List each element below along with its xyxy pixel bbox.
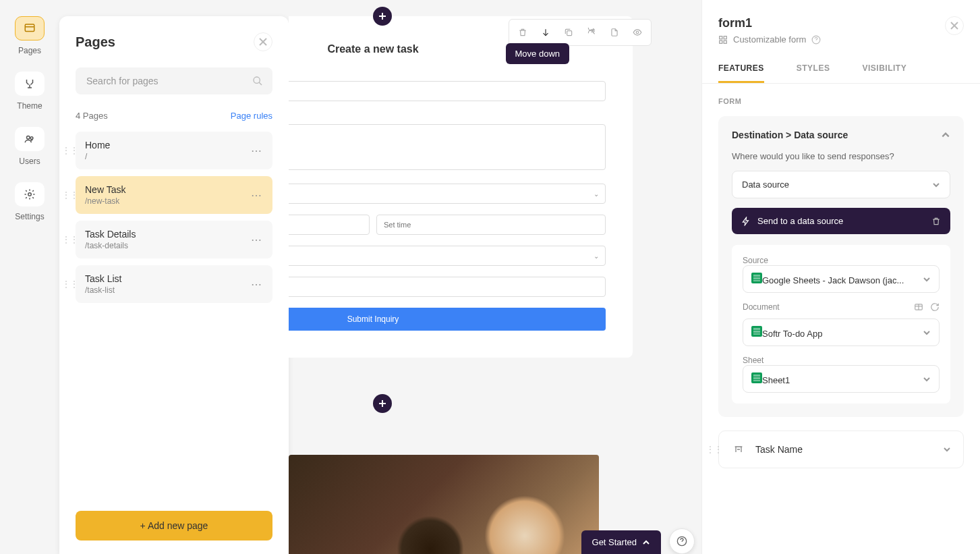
page-name: Home: [85, 140, 110, 150]
search-icon: [252, 76, 263, 86]
pages-panel: Pages 4 Pages Page rules ⋮⋮ Home / ⋯ ⋮⋮: [59, 16, 289, 554]
google-sheets-icon: [751, 326, 762, 337]
info-icon[interactable]: [811, 35, 821, 45]
canvas: Move down Create a new task * n * ⌄ ⌄: [289, 0, 701, 554]
destination-dropdown[interactable]: Data source: [732, 171, 950, 198]
get-started-label: Get Started: [592, 537, 637, 547]
refresh-icon[interactable]: [930, 302, 940, 312]
search-input[interactable]: [76, 67, 272, 94]
chevron-down-icon: [923, 275, 931, 283]
desc-label: n *: [289, 112, 606, 120]
inspector-tabs: FEATURES STYLES VISIBILITY: [702, 55, 980, 84]
google-sheets-icon: [751, 273, 762, 283]
drag-handle-icon[interactable]: ⋮⋮: [62, 279, 78, 289]
page-menu-button[interactable]: ⋯: [251, 189, 263, 202]
page-item-task-list[interactable]: Task List /task-list ⋯: [76, 265, 272, 303]
text-icon: [731, 442, 746, 457]
page-menu-button[interactable]: ⋯: [251, 278, 263, 291]
document-value: Softr To-do App: [762, 329, 822, 339]
add-block-bottom-button[interactable]: [373, 394, 392, 413]
name-input[interactable]: [289, 81, 606, 101]
page-name: Task Details: [85, 229, 136, 240]
accordion-title: Destination > Data source: [732, 130, 848, 140]
extra-input[interactable]: [289, 277, 606, 297]
move-down-button[interactable]: [535, 22, 556, 43]
nav-theme[interactable]: Theme: [15, 72, 45, 111]
close-panel-button[interactable]: [254, 32, 272, 51]
page-item-task-details[interactable]: Task Details /task-details ⋯: [76, 221, 272, 258]
chevron-down-icon: [943, 445, 951, 453]
nav-users[interactable]: Users: [15, 127, 45, 166]
page-path: /: [85, 152, 110, 161]
submit-button[interactable]: Submit Inquiry: [289, 308, 606, 331]
action-delete-button[interactable]: [931, 217, 941, 226]
grid-icon: [718, 35, 728, 45]
tab-features[interactable]: FEATURES: [718, 55, 764, 83]
desc-textarea[interactable]: [289, 124, 606, 170]
add-block-top-button[interactable]: [373, 7, 392, 26]
add-page-button[interactable]: + Add new page: [76, 511, 272, 541]
drag-handle-icon[interactable]: ⋮⋮: [62, 235, 78, 244]
source-dropdown[interactable]: Google Sheets - Jack Dawson (jac...: [743, 265, 940, 293]
nav-settings[interactable]: Settings: [15, 182, 45, 221]
drag-handle-icon[interactable]: ⋮⋮: [706, 445, 722, 454]
page-name: New Task: [85, 184, 125, 195]
page-name: Task List: [85, 273, 121, 284]
status-select[interactable]: [289, 246, 606, 266]
page-menu-button[interactable]: ⋯: [251, 144, 263, 157]
redo-button[interactable]: [581, 22, 602, 43]
help-button[interactable]: [669, 528, 695, 554]
page-path: /task-list: [85, 285, 121, 295]
close-inspector-button[interactable]: [945, 16, 964, 35]
page-item-new-task[interactable]: New Task /new-task ⋯: [76, 176, 272, 214]
svg-rect-18: [724, 36, 726, 38]
tooltip: Move down: [506, 43, 569, 64]
name-label: *: [289, 69, 606, 77]
svg-point-7: [254, 77, 260, 83]
sheet-label: Sheet: [743, 356, 940, 365]
document-label: Document: [743, 302, 780, 312]
chevron-up-icon[interactable]: [941, 130, 950, 140]
chevron-down-icon: [923, 329, 931, 337]
nav-label: Theme: [17, 101, 42, 111]
form-block[interactable]: Create a new task * n * ⌄ ⌄: [289, 16, 633, 358]
field-card-title: Task Name: [755, 444, 933, 455]
svg-rect-12: [567, 31, 572, 36]
get-started-button[interactable]: Get Started: [581, 530, 661, 554]
page-menu-button[interactable]: ⋯: [251, 233, 263, 246]
nav-pages[interactable]: Pages: [15, 16, 45, 55]
svg-rect-19: [720, 40, 722, 43]
action-send-data-source[interactable]: Send to a data source: [732, 208, 950, 234]
page-rules-link[interactable]: Page rules: [231, 111, 272, 121]
image-block[interactable]: [289, 455, 599, 554]
svg-rect-20: [724, 40, 726, 43]
section-label: FORM: [718, 97, 964, 105]
svg-point-4: [28, 193, 32, 196]
block-name: form1: [718, 16, 821, 30]
pages-title: Pages: [76, 34, 115, 50]
block-type: Customizable form: [733, 34, 806, 45]
sheet-dropdown[interactable]: Sheet1: [743, 365, 940, 393]
field-card-task-name[interactable]: Task Name: [718, 431, 964, 468]
time-input[interactable]: [376, 215, 606, 235]
duplicate-button[interactable]: [558, 22, 579, 43]
chevron-down-icon: [932, 181, 940, 189]
tab-styles[interactable]: STYLES: [797, 55, 830, 83]
priority-select[interactable]: [289, 184, 606, 204]
block-toolbar: [509, 19, 652, 46]
google-sheets-icon: [751, 372, 762, 383]
sheet-value: Sheet1: [762, 375, 790, 385]
page-path: /new-task: [85, 196, 125, 206]
table-icon[interactable]: [914, 302, 923, 312]
svg-rect-0: [25, 24, 34, 32]
drag-handle-icon[interactable]: ⋮⋮: [62, 146, 78, 155]
tab-visibility[interactable]: VISIBILITY: [862, 55, 906, 83]
delete-button[interactable]: [512, 22, 534, 43]
export-button[interactable]: [604, 22, 625, 43]
page-item-home[interactable]: Home / ⋯: [76, 132, 272, 169]
document-dropdown[interactable]: Softr To-do App: [743, 318, 940, 346]
svg-point-2: [27, 136, 30, 140]
preview-button[interactable]: [627, 22, 648, 43]
date-input[interactable]: [289, 215, 370, 235]
drag-handle-icon[interactable]: ⋮⋮: [62, 190, 78, 200]
